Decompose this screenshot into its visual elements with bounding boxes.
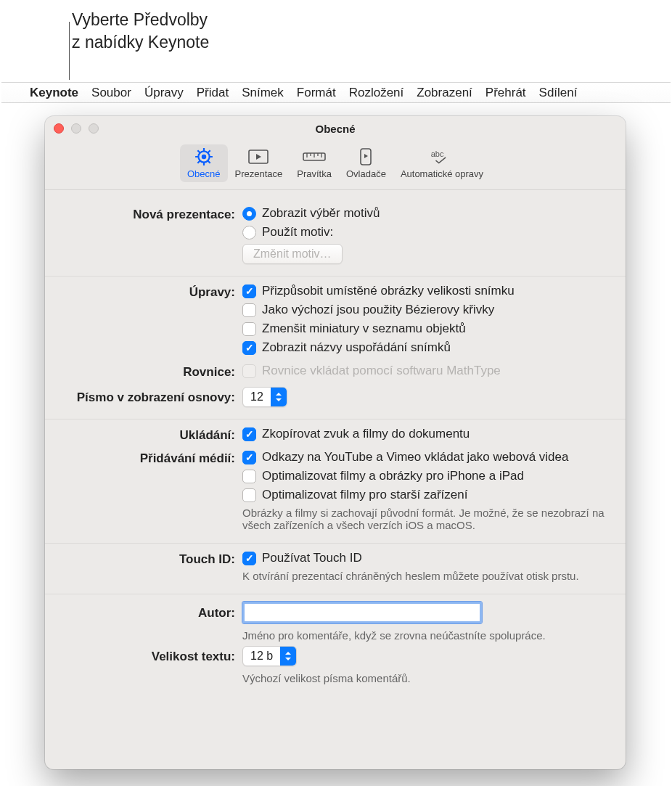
svg-line-7: [208, 160, 210, 163]
stepper-arrows-icon: [271, 388, 287, 406]
check-label: Jako výchozí jsou použity Bézierovy křiv…: [262, 303, 494, 317]
check-label-disabled: Rovnice vkládat pomocí softwaru MathType: [262, 364, 501, 378]
check-label: Zmenšit miniatury v seznamu objektů: [262, 322, 466, 336]
tab-remotes[interactable]: Ovladače: [339, 144, 393, 182]
callout-annotation: Vyberte Předvolby z nabídky Keynote: [72, 9, 209, 54]
check-label: Optimalizovat filmy pro starší zařízení: [262, 488, 467, 502]
tab-label: Automatické opravy: [401, 168, 483, 179]
check-shrink-thumbnails[interactable]: [242, 322, 256, 336]
callout-line-2: z nabídky Keynote: [72, 33, 209, 52]
adding-media-label: Přidávání médií:: [62, 450, 242, 466]
check-web-video-links[interactable]: [242, 451, 256, 464]
svg-point-1: [202, 155, 205, 158]
preferences-window: Obecné Obecné Prezentace Pravítka Ovlada…: [45, 116, 626, 769]
svg-marker-19: [364, 154, 368, 158]
outline-font-size-select[interactable]: 12: [242, 387, 287, 407]
close-button[interactable]: [54, 123, 64, 134]
preferences-toolbar: Obecné Prezentace Pravítka Ovladače abc …: [45, 142, 626, 190]
menu-prehrat[interactable]: Přehrát: [485, 86, 526, 100]
tab-label: Ovladače: [346, 168, 386, 179]
traffic-lights: [54, 123, 99, 134]
tab-label: Obecné: [187, 168, 221, 179]
menu-keynote[interactable]: Keynote: [30, 86, 78, 100]
text-size-hint: Výchozí velikost písma komentářů.: [242, 672, 608, 684]
check-optimize-iphone-ipad[interactable]: [242, 470, 256, 483]
section-touchid: Touch ID: Používat Touch ID K otvírání p…: [45, 544, 626, 594]
menu-upravy[interactable]: Úpravy: [144, 86, 184, 100]
radio-label: Použít motiv:: [262, 225, 333, 240]
check-optimize-older-devices[interactable]: [242, 488, 256, 502]
new-presentation-label: Nová prezentace:: [62, 206, 242, 222]
check-label: Zkopírovat zvuk a filmy do dokumentu: [262, 427, 470, 441]
system-menubar: Keynote Soubor Úpravy Přidat Snímek Form…: [1, 82, 671, 103]
svg-text:abc: abc: [431, 150, 444, 158]
radio-label: Zobrazit výběr motivů: [262, 206, 380, 221]
select-value: 12 b: [243, 650, 280, 663]
menu-pridat[interactable]: Přidat: [197, 86, 229, 100]
tab-rulers[interactable]: Pravítka: [290, 144, 339, 182]
editing-label: Úpravy:: [62, 284, 242, 300]
menu-sdileni[interactable]: Sdílení: [539, 86, 578, 100]
touchid-label: Touch ID:: [62, 551, 242, 567]
touchid-hint: K otvírání prezentací chráněných heslem …: [242, 570, 608, 582]
check-use-touchid[interactable]: [242, 552, 256, 565]
menu-format[interactable]: Formát: [297, 86, 336, 100]
author-hint: Jméno pro komentáře, když se zrovna neúč…: [242, 629, 608, 642]
check-mathtype: [242, 364, 256, 378]
svg-line-8: [197, 160, 200, 163]
select-value: 12: [243, 390, 271, 404]
media-hint: Obrázky a filmy si zachovají původní for…: [242, 507, 608, 531]
tab-label: Pravítka: [297, 168, 332, 179]
tab-general[interactable]: Obecné: [180, 144, 228, 182]
check-copy-media[interactable]: [242, 427, 256, 441]
check-show-layout-names[interactable]: [242, 341, 256, 355]
author-label: Autor:: [62, 605, 242, 621]
section-editing: Úpravy: Přizpůsobit umístěné obrázky vel…: [45, 277, 626, 419]
tab-label: Prezentace: [235, 168, 283, 179]
equations-label: Rovnice:: [62, 364, 242, 380]
window-title: Obecné: [315, 123, 355, 135]
check-scale-images[interactable]: [242, 284, 256, 298]
section-new-presentation: Nová prezentace: Zobrazit výběr motivů P…: [45, 199, 626, 277]
menu-rozlozeni[interactable]: Rozložení: [349, 86, 404, 100]
check-label: Optimalizovat filmy a obrázky pro iPhone…: [262, 469, 524, 483]
radio-use-theme[interactable]: [242, 226, 256, 240]
check-label: Odkazy na YouTube a Vimeo vkládat jako w…: [262, 450, 568, 464]
svg-line-6: [197, 150, 200, 152]
check-label: Přizpůsobit umístěné obrázky velikosti s…: [262, 284, 515, 298]
minimize-button[interactable]: [71, 123, 81, 134]
menu-snimek[interactable]: Snímek: [242, 86, 284, 100]
preferences-content: Nová prezentace: Zobrazit výběr motivů P…: [45, 190, 626, 769]
text-size-select[interactable]: 12 b: [242, 646, 297, 666]
menu-soubor[interactable]: Soubor: [91, 86, 131, 100]
gear-icon: [192, 147, 216, 166]
check-bezier-default[interactable]: [242, 303, 256, 317]
svg-line-9: [208, 150, 210, 152]
tab-presentation[interactable]: Prezentace: [228, 144, 290, 182]
zoom-button[interactable]: [89, 123, 99, 134]
change-theme-button[interactable]: Změnit motiv…: [242, 244, 343, 264]
window-titlebar: Obecné: [45, 116, 626, 142]
svg-marker-11: [256, 154, 261, 160]
outline-font-label: Písmo v zobrazení osnovy:: [62, 389, 242, 405]
callout-line-1: Vyberte Předvolby: [72, 10, 208, 29]
menu-zobrazeni[interactable]: Zobrazení: [417, 86, 472, 100]
section-author: Autor: Jméno pro komentáře, když se zrov…: [45, 594, 626, 696]
check-label: Zobrazit názvy uspořádání snímků: [262, 340, 451, 355]
author-input[interactable]: [242, 602, 482, 623]
ruler-icon: [302, 147, 327, 166]
stepper-arrows-icon: [280, 647, 296, 666]
callout-pointer-line: [69, 22, 70, 80]
abc-check-icon: abc: [430, 147, 454, 166]
radio-show-theme-chooser[interactable]: [242, 207, 256, 221]
check-label: Používat Touch ID: [262, 551, 362, 565]
tab-autocorrect[interactable]: abc Automatické opravy: [393, 144, 491, 182]
play-rect-icon: [246, 147, 271, 166]
saving-label: Ukládání:: [62, 427, 242, 443]
remote-icon: [353, 147, 378, 166]
section-saving-media: Ukládání: Zkopírovat zvuk a filmy do dok…: [45, 419, 626, 544]
text-size-label: Velikost textu:: [62, 648, 242, 664]
